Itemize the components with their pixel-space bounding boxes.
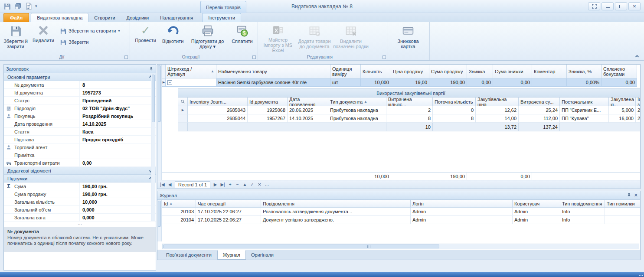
bcol-spent-qty[interactable]: Витрачена кількіс... — [386, 98, 433, 106]
search-icon[interactable] — [178, 98, 188, 106]
nav-first-button[interactable]: |◀ — [159, 182, 166, 187]
save-all-icon[interactable] — [13, 2, 22, 10]
field-article[interactable]: СтаттяКаса — [4, 128, 156, 136]
pin-icon[interactable] — [627, 193, 631, 198]
excel-import-button[interactable]: X Майстер імпорту з MS Excel — [260, 23, 296, 53]
save-icon[interactable] — [3, 2, 11, 10]
journal-hscrollbar[interactable] — [162, 244, 639, 249]
field-basis[interactable]: ПідставаПродаж вроздріб — [4, 136, 156, 143]
save-create-dropdown-icon[interactable]: ▾ — [118, 29, 120, 33]
cell-bonus[interactable]: 0,00 — [602, 78, 637, 87]
field-transport-costs[interactable]: Транспортні витрати0,00 — [4, 159, 156, 167]
col-unit[interactable]: Одиниця виміру — [330, 65, 361, 78]
col-sum[interactable]: Сума продажу — [429, 65, 467, 78]
editing-dialog-launcher[interactable] — [382, 55, 386, 59]
bcol-date[interactable]: Дата проведення — [288, 98, 328, 106]
nav-new-button[interactable]: + — [227, 182, 233, 187]
product-grid-vscrollbar[interactable] — [157, 65, 162, 189]
field-note[interactable]: Примітка — [4, 151, 156, 159]
cell-qty[interactable]: 10,000 — [361, 78, 391, 87]
print-dropdown-icon[interactable]: ▾ — [213, 44, 216, 49]
cell-product-name[interactable]: Насіння Semki гарбузове солоне 40г п/е — [216, 78, 330, 87]
jcol-err-type[interactable]: Тип помилки — [605, 200, 640, 208]
fullscreen-button[interactable] — [588, 2, 600, 10]
bcol-purchased-qty[interactable]: Закуплена кі... — [609, 98, 636, 106]
jcol-time[interactable]: Час операції — [196, 200, 261, 208]
total-sale-sum[interactable]: Сума продажу190,00 грн. — [4, 190, 156, 198]
post-button[interactable]: ✓ Провести — [132, 23, 159, 53]
delete-marked-rows-button[interactable]: Видалити позначені рядки — [333, 23, 369, 53]
save-button[interactable]: Зберегти — [60, 38, 120, 46]
total-quantity[interactable]: Загальна кількість10,000 — [4, 198, 156, 206]
jcol-id[interactable]: Id▲ — [162, 200, 196, 208]
save-and-create-button[interactable]: Зберегти та створити ▾ — [60, 27, 120, 35]
journal-close-icon[interactable]: ✕ — [634, 192, 638, 198]
bcol-doc-type[interactable]: Тип документа▲ — [328, 98, 386, 106]
field-status[interactable]: СтатусПроведений — [4, 97, 156, 104]
jcol-user[interactable]: Користувач — [513, 200, 560, 208]
field-post-date[interactable]: Дата проведення14.10.2025 — [4, 120, 156, 128]
field-buyer[interactable]: ПокупецьРоздрібний покупець — [4, 112, 156, 120]
total-sum[interactable]: ΣСума190,00 грн. — [4, 182, 156, 190]
pay-button[interactable]: $ Сплатити — [229, 23, 256, 53]
nav-prev-button[interactable]: ◀ — [167, 182, 173, 187]
tab-nalashtuvannia[interactable]: Налаштування — [154, 13, 199, 22]
qat-dropdown-icon[interactable]: ▾ — [35, 4, 37, 8]
bcol-supplier[interactable]: Постачальник — [560, 98, 609, 106]
cell-unit[interactable]: шт — [330, 78, 361, 87]
nav-edit-button[interactable]: ▲ — [242, 182, 248, 187]
tab-dovidnyky[interactable]: Довідники — [121, 13, 155, 22]
rollback-button[interactable]: Відкотити — [159, 23, 186, 53]
nav-delete-button[interactable]: − — [234, 182, 241, 187]
actions-dialog-launcher[interactable] — [124, 55, 128, 59]
bcol-spent-sum[interactable]: Витрачена су... — [519, 98, 560, 106]
section-additional-info[interactable]: Додаткові відомості — [4, 167, 156, 175]
journal-vscrollbar[interactable] — [157, 200, 162, 241]
field-doc-id[interactable]: Id документа1957273 — [4, 89, 156, 97]
col-discount-pct[interactable]: Знижка, % — [567, 65, 602, 78]
header-panel-scrollbar[interactable] — [151, 74, 155, 221]
journal-row[interactable]: 20104 17.10.2025 22:06:27 Документ успіш… — [162, 216, 640, 224]
bcol-id2[interactable]: Id з... — [636, 98, 640, 106]
field-sales-agent[interactable]: Торговий агент — [4, 143, 156, 151]
batch-row[interactable]: 2685044 1957267 14.10.2025 Прибуткова на… — [178, 114, 640, 123]
cell-sum[interactable]: 190,00 — [429, 78, 467, 87]
nav-last-button[interactable]: ▶| — [219, 182, 226, 187]
bcol-inventory-journal[interactable]: Inventory Journ... — [188, 98, 248, 106]
bcol-purchase-price[interactable]: Закупівельна ціна — [476, 98, 519, 106]
batch-row[interactable]: ▶ 2685043 1925068 20.06.2025 Прибуткова … — [178, 106, 640, 114]
save-and-close-button[interactable]: Зберегти й закрити — [2, 23, 29, 53]
tab-file[interactable]: Файл — [3, 13, 29, 22]
resize-grip[interactable] — [639, 275, 643, 276]
jcol-msg-type[interactable]: Тип повідомлення — [560, 200, 605, 208]
nav-next-button[interactable]: ▶ — [212, 182, 219, 187]
pin-icon[interactable] — [149, 66, 154, 71]
document-icon[interactable] — [24, 2, 33, 10]
ribbon-collapse-button[interactable] — [636, 54, 640, 58]
journal-row[interactable]: 20103 17.10.2025 22:06:27 Розпочалось за… — [162, 208, 640, 216]
jcol-message[interactable]: Повідомлення — [261, 200, 411, 208]
nav-cancel-button[interactable]: ✕ — [256, 182, 263, 187]
tab-instrumenty[interactable]: Інструменти — [202, 13, 241, 22]
cell-price[interactable]: 19,00 — [391, 78, 429, 87]
col-discount-sum[interactable]: Сума знижки — [493, 65, 532, 78]
discount-card-button[interactable]: Знижкова картка — [390, 23, 426, 53]
row-expander-icon[interactable]: − — [167, 80, 172, 85]
cell-discount-pct[interactable]: 0,00% — [567, 78, 602, 87]
bcol-doc-id[interactable]: Id документа — [248, 98, 288, 106]
col-barcode[interactable]: Штрихкод / Артикул▲ — [166, 65, 216, 78]
col-bonus[interactable]: Сплачено бонусами — [602, 65, 637, 78]
col-product-name[interactable]: Найменування товару — [216, 65, 330, 78]
minimize-button[interactable] — [602, 2, 614, 10]
prepare-print-button[interactable]: Підготувати до друку ▾ — [190, 23, 226, 53]
maximize-button[interactable] — [615, 2, 627, 10]
nav-post-button[interactable]: ✓ — [249, 182, 255, 187]
col-comment[interactable]: Коментар — [532, 65, 567, 78]
tab-journal[interactable]: Журнал — [217, 250, 246, 260]
cell-discount[interactable]: 0,00 — [467, 78, 493, 87]
tab-stvoryty[interactable]: Створити — [88, 13, 121, 22]
section-totals[interactable]: Підсумки — [4, 175, 156, 182]
tab-originals[interactable]: Оригінали — [246, 250, 279, 260]
tab-vydatkova-nakladna[interactable]: Видаткова накладна — [31, 13, 88, 22]
col-price[interactable]: Ціна продажу — [391, 65, 429, 78]
